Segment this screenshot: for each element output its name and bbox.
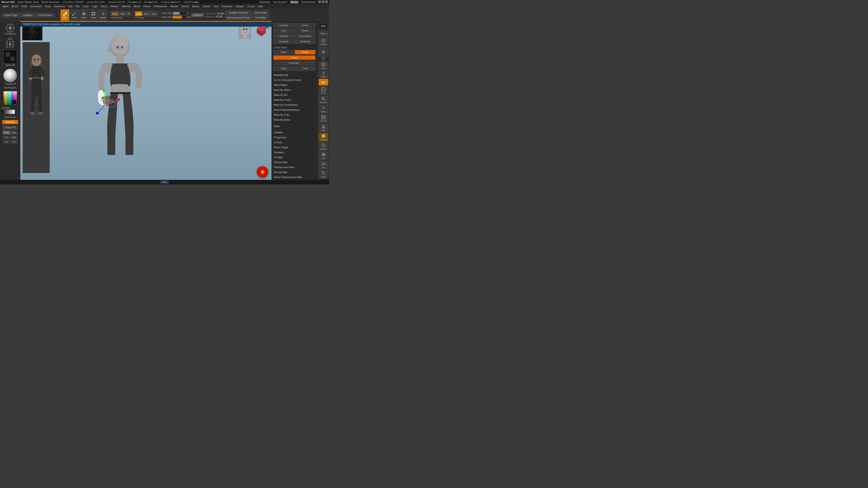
inv-dir-button[interactable]: InvDir [295, 66, 316, 71]
split-unmasked-button[interactable]: Split Unmasked Points [225, 15, 252, 20]
menu-item-material[interactable]: Material [120, 4, 132, 8]
red-circle-button[interactable] [257, 166, 268, 177]
rgb-button[interactable]: Rgb [119, 11, 126, 16]
zadd-button[interactable]: Zadd [135, 11, 142, 16]
gradient-bar[interactable] [1, 109, 15, 114]
zoom-button[interactable]: Zoom [319, 170, 328, 178]
menus-button[interactable]: Menus [290, 1, 299, 4]
menu-item-layer[interactable]: Layer [81, 4, 90, 8]
xyz-button[interactable]: Xyz [319, 79, 328, 85]
m-button[interactable]: M [127, 11, 131, 16]
menu-item-edit[interactable]: Edit [67, 4, 74, 8]
spotlight-projection-button[interactable]: Spotlight Projection [225, 11, 252, 15]
focal-shift-slider[interactable] [173, 12, 186, 15]
menu-item-render[interactable]: Render [169, 4, 180, 8]
edit-button[interactable]: Edit [61, 9, 69, 21]
bpr-button[interactable]: BPR [319, 23, 328, 29]
menu-item-draw[interactable]: Draw [43, 4, 52, 8]
crease-pg-button[interactable]: Crease PG [2, 125, 18, 129]
mask-by-draft-item[interactable]: MaskByDraft [272, 72, 317, 77]
polypaint-item[interactable]: Polypaint [272, 150, 317, 155]
polygroups-item[interactable]: Polygroups [272, 135, 317, 140]
top-button[interactable]: Top [3, 140, 10, 143]
local-button[interactable]: Local [319, 61, 328, 70]
displacement-map-item[interactable]: Displacement Map [272, 165, 317, 170]
mrgb-button[interactable]: Mrgb [111, 11, 119, 16]
menu-item-stroke[interactable]: Stroke [191, 4, 201, 8]
rotate3d-button[interactable]: Rotate [319, 105, 328, 113]
menu-item-marker[interactable]: Marker [110, 4, 120, 8]
morph-target-item[interactable]: Morph Target [272, 145, 317, 150]
quicksave-button[interactable]: QuickSave [259, 1, 270, 3]
uv-map-item[interactable]: UV Map [272, 155, 317, 160]
see-through[interactable]: See-through 0 [273, 1, 287, 3]
spc-button[interactable]: Spc [319, 161, 328, 169]
inverse-button[interactable]: Inverse [295, 23, 316, 28]
menu-item-brush[interactable]: Brush [10, 4, 20, 8]
draw-button[interactable]: Draw [70, 9, 79, 21]
mask-adjust-item[interactable]: Mask Adjust [272, 83, 317, 88]
dynamic-button[interactable]: Dynamic [319, 38, 328, 46]
set-dir-button[interactable]: SetDir [273, 66, 294, 71]
alternate-button[interactable]: Alternate [2, 120, 18, 124]
apply-item[interactable]: Apply [272, 124, 317, 129]
default-z-script[interactable]: DefaultZScript [301, 1, 315, 3]
mask-by-fibers-item[interactable]: Mask By Fibers [272, 88, 317, 92]
color-picker[interactable] [3, 91, 17, 105]
menu-item-transform[interactable]: Transform [220, 4, 234, 8]
mask-by-color-item[interactable]: Mask By Color [272, 112, 317, 117]
menu-item-zplugin[interactable]: Zplugin [235, 4, 245, 8]
persp-button[interactable] [319, 47, 328, 57]
menu-item-preferences[interactable]: Preferences [152, 4, 168, 8]
home-page-tab[interactable]: Home Page [2, 13, 20, 18]
mask-by-smoothness-item[interactable]: Mask By Smoothness [272, 102, 317, 107]
menu-item-macro[interactable]: Macro [99, 4, 109, 8]
dynamic2-button[interactable]: Dynamic [319, 142, 328, 151]
live-boolean-tab[interactable]: Live Boolean [35, 13, 55, 18]
alpha-section[interactable]: Alpha Off [1, 50, 19, 66]
back-button[interactable]: Back [10, 131, 18, 134]
texture-section[interactable]: Texture Off [1, 69, 19, 85]
border-button[interactable]: Border [273, 50, 294, 55]
grow-mask-button[interactable]: GrowMask [273, 39, 294, 44]
front-button[interactable]: Front [3, 131, 10, 134]
contact-item[interactable]: Contact [272, 140, 317, 145]
dynamics-button[interactable]: Dynamics [192, 13, 204, 17]
mask-peaks-valleys-item[interactable]: Mask PeaksAndValleys [272, 107, 317, 112]
right-button[interactable]: Right [10, 136, 18, 139]
zsub-button[interactable]: Zsub [143, 11, 150, 16]
shrink-mask-button[interactable]: ShrinkMask [295, 39, 316, 44]
blur-mask-button[interactable]: BlurMask [273, 34, 294, 38]
menu-item-document[interactable]: Document [29, 4, 43, 8]
del-hidden-button[interactable]: Del Hidden [253, 15, 269, 20]
menu-item-light[interactable]: Light [91, 4, 99, 8]
clear-button[interactable]: Clear [273, 29, 294, 33]
draft-angle-button[interactable]: DraftAngle 2 [273, 61, 315, 65]
menu-item-texture[interactable]: Texture [201, 4, 212, 8]
goto-unmasked-item[interactable]: Go To Unmasked Center [272, 77, 317, 83]
rotate-button[interactable]: Rotate [98, 9, 107, 21]
menu-item-movie[interactable]: Movie [132, 4, 142, 8]
zoom3d-button[interactable]: Zoom3D [319, 96, 328, 104]
menu-item-alpha[interactable]: Alpha [1, 4, 10, 8]
menu-item-file[interactable]: File [74, 4, 81, 8]
close-holes-button[interactable]: Close Holes [253, 11, 269, 15]
normal-map-item[interactable]: Normal Map [272, 170, 317, 175]
transpose-widget[interactable]: Transpose [2, 24, 19, 36]
spix-button[interactable]: SPix 3 [319, 30, 328, 37]
zcut-button[interactable]: Zcut [150, 11, 158, 16]
lsym-button[interactable]: L Sym [319, 71, 328, 78]
mask-by-ao-item[interactable]: Mask By AO [272, 92, 317, 97]
menu-item-stencil[interactable]: Stencil [180, 4, 190, 8]
solo-button[interactable]: Solo [319, 151, 328, 160]
texture-thumb[interactable] [3, 69, 17, 82]
transp-button[interactable]: Transp [319, 133, 328, 141]
menu-item-picker[interactable]: Picker [142, 4, 152, 8]
draw-size-slider[interactable] [173, 15, 186, 19]
mask-by-cavity-item[interactable]: Mask By Cavity [272, 97, 317, 102]
menu-item-zscript[interactable]: Zscript [246, 4, 256, 8]
view-mask-button[interactable]: ViewMask [273, 23, 294, 28]
transform-gizmo[interactable]: Z [87, 87, 123, 124]
polyf-button[interactable]: PolyF [319, 124, 328, 132]
mask-by-alpha-item[interactable]: Mask By Alpha [272, 117, 317, 122]
